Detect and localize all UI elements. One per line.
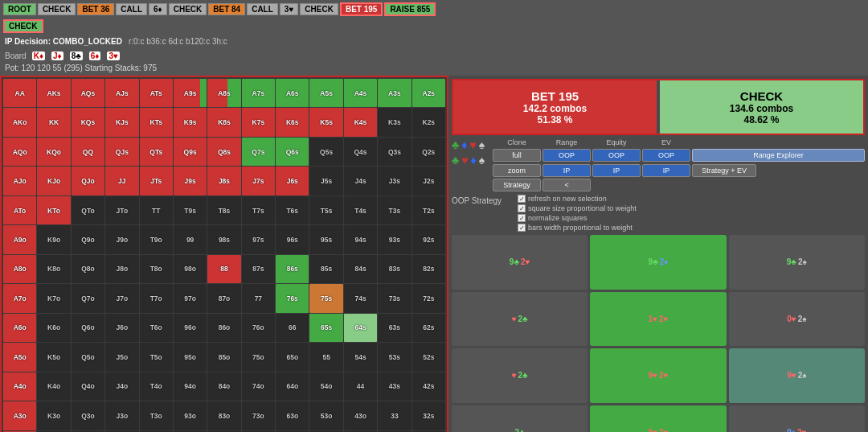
matrix-cell[interactable]: 82s (412, 255, 445, 283)
matrix-cell[interactable]: K5o (37, 343, 70, 371)
card-cell-8[interactable]: 9♥ 2♥ (590, 348, 726, 403)
matrix-cell[interactable]: QTo (72, 196, 104, 224)
matrix-cell[interactable]: KK (37, 108, 70, 136)
matrix-cell[interactable]: KJo (37, 167, 70, 195)
matrix-cell[interactable]: 66 (276, 314, 309, 342)
matrix-cell[interactable]: J6o (105, 314, 138, 342)
card-cell-9[interactable]: 9♥ 2♠ (729, 348, 865, 403)
suit-club-2[interactable]: ♣ (452, 154, 459, 167)
matrix-cell[interactable]: 64s (344, 314, 377, 342)
matrix-cell[interactable]: A6s (276, 79, 309, 107)
matrix-cell[interactable]: 74s (344, 284, 377, 312)
card-cell-12[interactable]: 9♦ 2♥ (729, 405, 865, 433)
card-cell-7[interactable]: ♥ 2♣ (452, 348, 588, 403)
matrix-cell[interactable]: K7s (242, 108, 275, 136)
nav-bet195[interactable]: BET 195 (340, 2, 383, 16)
matrix-cell[interactable]: AQo (3, 138, 36, 166)
matrix-cell[interactable]: A2s (412, 79, 445, 107)
checkbox-4[interactable]: bars width proportional to weight (518, 224, 637, 232)
matrix-cell[interactable]: 53o (309, 401, 342, 430)
matrix-cell[interactable]: Q4s (344, 138, 377, 166)
matrix-cell[interactable]: T5s (309, 196, 342, 224)
checkbox-square[interactable] (518, 204, 526, 212)
nav-root[interactable]: ROOT (3, 3, 36, 15)
matrix-cell[interactable]: 42s (412, 372, 445, 401)
matrix-cell[interactable]: 77 (242, 284, 275, 312)
matrix-cell[interactable]: J5s (309, 167, 342, 195)
matrix-cell[interactable]: 85o (207, 343, 240, 371)
suit-spade-1[interactable]: ♠ (479, 138, 485, 151)
matrix-cell[interactable]: 86s (276, 255, 309, 283)
matrix-cell[interactable]: 84o (207, 372, 240, 401)
matrix-cell[interactable]: 32s (412, 401, 445, 430)
matrix-cell[interactable]: J9s (174, 167, 207, 195)
matrix-cell[interactable]: J8o (105, 255, 138, 283)
suit-spade-2[interactable]: ♠ (479, 154, 485, 167)
matrix-cell[interactable]: 88 (207, 255, 240, 283)
strategy-ev-btn[interactable]: Strategy + EV (692, 164, 756, 177)
ip-btn-2[interactable]: IP (592, 164, 641, 177)
matrix-cell[interactable]: J7s (242, 167, 275, 195)
matrix-cell[interactable]: T2s (412, 196, 445, 224)
matrix-cell[interactable]: 95o (174, 343, 207, 371)
matrix-cell[interactable]: A3o (3, 401, 36, 430)
matrix-cell[interactable]: KTo (37, 196, 70, 224)
matrix-cell[interactable]: ATs (140, 79, 173, 107)
checkbox-3[interactable]: normalize squares (518, 214, 637, 222)
matrix-cell[interactable]: 92s (412, 225, 445, 253)
nav-check-2[interactable]: CHECK (169, 3, 207, 15)
matrix-cell[interactable]: 83o (207, 401, 240, 430)
matrix-cell[interactable]: Q6s (276, 138, 309, 166)
matrix-cell[interactable]: A7o (3, 284, 36, 312)
matrix-cell[interactable]: KQs (72, 108, 104, 136)
matrix-cell[interactable]: K7o (37, 284, 70, 312)
matrix-cell[interactable]: 72s (412, 284, 445, 312)
matrix-cell[interactable]: K6s (276, 108, 309, 136)
matrix-cell[interactable]: 73s (378, 284, 411, 312)
matrix-cell[interactable]: 63o (276, 401, 309, 430)
matrix-cell[interactable]: T9s (174, 196, 207, 224)
matrix-cell[interactable]: 76s (276, 284, 309, 312)
matrix-cell[interactable]: 43o (344, 401, 377, 430)
matrix-cell[interactable]: 64o (276, 372, 309, 401)
matrix-cell[interactable]: 86o (207, 314, 240, 342)
matrix-cell[interactable]: 76o (242, 314, 275, 342)
checkbox-2[interactable]: square size proportional to weight (518, 204, 637, 212)
matrix-cell[interactable]: K3o (37, 401, 70, 430)
oop-btn-3[interactable]: OOP (642, 149, 690, 162)
checkbox-refresh[interactable] (518, 195, 526, 203)
matrix-cell[interactable]: QQ (72, 138, 104, 166)
suit-heart-1[interactable]: ♥ (469, 138, 476, 151)
matrix-cell[interactable]: A3s (378, 79, 411, 107)
matrix-cell[interactable]: K9s (174, 108, 207, 136)
matrix-cell[interactable]: K6o (37, 314, 70, 342)
oop-btn-1[interactable]: OOP (542, 149, 591, 162)
matrix-cell[interactable]: 74o (242, 372, 275, 401)
matrix-cell[interactable]: 84s (344, 255, 377, 283)
card-cell-10[interactable]: 2♣ (452, 405, 588, 433)
matrix-cell[interactable]: Q9o (72, 225, 104, 253)
matrix-cell[interactable]: J2s (412, 167, 445, 195)
matrix-cell[interactable]: K3s (378, 108, 411, 136)
matrix-cell[interactable]: J8s (207, 167, 240, 195)
matrix-cell[interactable]: J5o (105, 343, 138, 371)
matrix-cell[interactable]: AJo (3, 167, 36, 195)
matrix-cell[interactable]: Q5o (72, 343, 104, 371)
nav-check-1[interactable]: CHECK (38, 3, 76, 15)
range-explorer-btn[interactable]: Range Explorer (692, 149, 865, 162)
matrix-cell[interactable]: ATo (3, 196, 36, 224)
matrix-cell[interactable]: J9o (105, 225, 138, 253)
matrix-cell[interactable]: Q8o (72, 255, 104, 283)
matrix-cell[interactable]: T4o (140, 372, 173, 401)
nav-call-2[interactable]: CALL (247, 3, 278, 15)
matrix-cell[interactable]: K4s (344, 108, 377, 136)
matrix-cell[interactable]: JTs (140, 167, 173, 195)
matrix-cell[interactable]: A5o (3, 343, 36, 371)
matrix-cell[interactable]: 83s (378, 255, 411, 283)
matrix-cell[interactable]: Q4o (72, 372, 104, 401)
matrix-cell[interactable]: 44 (344, 372, 377, 401)
matrix-cell[interactable]: Q2s (412, 138, 445, 166)
card-cell-3[interactable]: 9♣ 2♠ (729, 235, 865, 290)
matrix-cell[interactable]: T6s (276, 196, 309, 224)
matrix-cell[interactable]: 98s (207, 225, 240, 253)
